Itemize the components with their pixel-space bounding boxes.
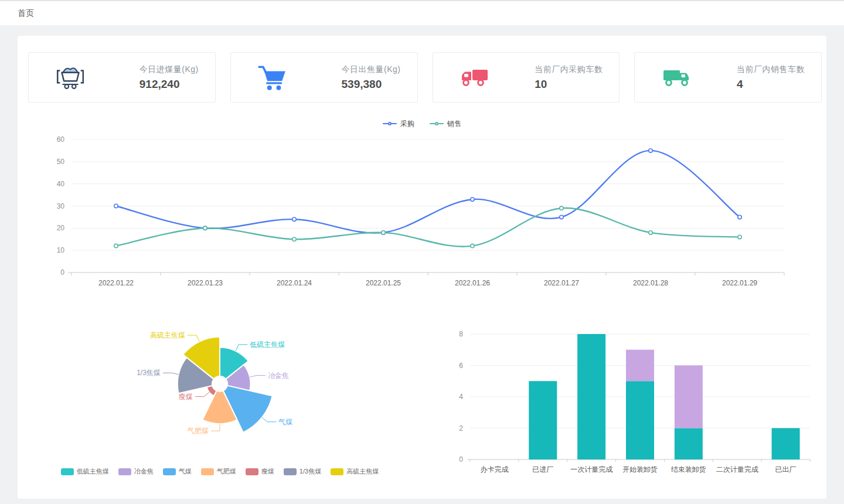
pie-legend-item-气煤[interactable]: 气煤 xyxy=(163,467,192,476)
data-point[interactable] xyxy=(738,215,741,219)
legend-label: 低硫主焦煤 xyxy=(77,467,109,476)
axis-label: 8 xyxy=(459,330,463,338)
axis-label: 30 xyxy=(57,202,65,210)
bar-segment-结束装卸货[interactable] xyxy=(675,366,703,428)
axis-label: 已进厂 xyxy=(532,465,553,474)
legend-label: 瘦煤 xyxy=(261,467,274,476)
axis-label: 2022.01.24 xyxy=(277,279,312,287)
bar-segment-结束装卸货[interactable] xyxy=(675,428,703,460)
stat-value: 912,240 xyxy=(139,78,199,91)
pie-label-1/3焦煤: 1/3焦煤 xyxy=(137,369,161,377)
legend-marker xyxy=(430,123,444,124)
axis-label: 2022.01.28 xyxy=(633,279,668,287)
stat-label: 今日出焦量(Kg) xyxy=(342,64,401,75)
pie-label-line xyxy=(163,373,179,374)
pie-label-冶金焦: 冶金焦 xyxy=(268,372,289,380)
stat-label: 当前厂内销售车数 xyxy=(737,64,805,75)
bar-segment-开始装卸货[interactable] xyxy=(626,381,654,459)
coal-type-pie-block: 低硫主焦煤冶金焦气煤气肥煤瘦煤1/3焦煤高硫主焦煤 低硫主焦煤冶金焦气煤气肥煤瘦… xyxy=(18,323,422,481)
legend-swatch xyxy=(246,468,258,475)
axis-label: 0 xyxy=(459,455,463,464)
bar-segment-已出厂[interactable] xyxy=(772,428,800,460)
pie-label-气煤: 气煤 xyxy=(278,418,292,426)
data-point[interactable] xyxy=(114,244,118,247)
bottom-charts-row: 低硫主焦煤冶金焦气煤气肥煤瘦煤1/3焦煤高硫主焦煤 低硫主焦煤冶金焦气煤气肥煤瘦… xyxy=(18,323,826,481)
pie-legend-item-瘦煤[interactable]: 瘦煤 xyxy=(246,467,274,476)
line-chart-legend: 采购销售 xyxy=(18,119,826,128)
truck-status-bar-block: 02468办卡完成已进厂一次计量完成开始装卸货结束装卸货二次计量完成已出厂 xyxy=(445,323,821,481)
legend-item-销售[interactable]: 销售 xyxy=(430,119,461,129)
axis-label: 6 xyxy=(459,362,463,370)
axis-label: 2022.01.27 xyxy=(544,279,579,287)
data-point[interactable] xyxy=(471,244,474,247)
axis-label: 60 xyxy=(57,135,65,144)
axis-label: 10 xyxy=(57,246,65,254)
stat-cards-row: 今日进煤量(Kg) 912,240 今日出焦量(Kg) 539,380 xyxy=(18,36,826,103)
line-series-采购[interactable] xyxy=(116,151,740,233)
axis-label: 2022.01.26 xyxy=(455,279,490,287)
stat-text-block: 当前厂内销售车数 4 xyxy=(737,64,805,91)
pie-label-line xyxy=(236,345,247,351)
data-point[interactable] xyxy=(649,231,652,234)
axis-label: 50 xyxy=(57,158,65,166)
stat-card-coal-in: 今日进煤量(Kg) 912,240 xyxy=(28,52,216,103)
legend-swatch xyxy=(118,468,131,475)
coal-type-rose-chart[interactable]: 低硫主焦煤冶金焦气煤气肥煤瘦煤1/3焦煤高硫主焦煤 xyxy=(18,323,422,461)
stat-card-sales-trucks: 当前厂内销售车数 4 xyxy=(634,52,822,103)
pie-label-瘦煤: 瘦煤 xyxy=(179,393,193,401)
axis-label: 已出厂 xyxy=(775,465,797,474)
data-point[interactable] xyxy=(114,204,118,207)
axis-label: 一次计量完成 xyxy=(570,465,612,474)
data-point[interactable] xyxy=(471,197,474,201)
data-point[interactable] xyxy=(292,217,296,221)
axis-label: 40 xyxy=(57,180,65,188)
stat-text-block: 今日出焦量(Kg) 539,380 xyxy=(342,64,401,91)
pie-chart-legend: 低硫主焦煤冶金焦气煤气肥煤瘦煤1/3焦煤高硫主焦煤 xyxy=(18,467,422,476)
bar-segment-一次计量完成[interactable] xyxy=(577,334,605,459)
data-point[interactable] xyxy=(292,237,296,241)
pie-legend-item-冶金焦[interactable]: 冶金焦 xyxy=(118,467,154,476)
pie-legend-item-高硫主焦煤[interactable]: 高硫主焦煤 xyxy=(331,467,379,476)
axis-label: 20 xyxy=(57,224,65,232)
data-point[interactable] xyxy=(649,149,652,152)
bar-segment-开始装卸货[interactable] xyxy=(626,350,654,382)
truck-in-icon xyxy=(458,65,492,90)
legend-label: 采购 xyxy=(400,119,414,129)
pie-label-低硫主焦煤: 低硫主焦煤 xyxy=(250,340,285,349)
axis-label: 4 xyxy=(459,393,463,401)
data-point[interactable] xyxy=(382,231,385,234)
axis-label: 2022.01.22 xyxy=(98,279,134,287)
truck-status-bar-chart[interactable]: 02468办卡完成已进厂一次计量完成开始装卸货结束装卸货二次计量完成已出厂 xyxy=(445,323,821,479)
pie-legend-item-气肥煤[interactable]: 气肥煤 xyxy=(201,467,236,476)
stat-value: 4 xyxy=(737,78,805,91)
legend-label: 高硫主焦煤 xyxy=(346,467,379,476)
axis-label: 2022.01.25 xyxy=(366,279,401,287)
axis-label: 开始装卸货 xyxy=(622,465,658,474)
pie-label-line xyxy=(262,417,276,421)
breadcrumb[interactable]: 首页 xyxy=(18,8,34,19)
legend-marker xyxy=(383,123,397,124)
line-series-销售[interactable] xyxy=(116,208,740,247)
data-point[interactable] xyxy=(560,215,563,219)
mine-cart-icon xyxy=(53,64,87,91)
data-point[interactable] xyxy=(203,226,207,230)
pie-legend-item-低硫主焦煤[interactable]: 低硫主焦煤 xyxy=(61,467,109,476)
purchase-sales-line-chart[interactable]: 01020304050602022.01.222022.01.232022.01… xyxy=(18,130,826,297)
axis-label: 结束装卸货 xyxy=(671,465,706,474)
breadcrumb-bar: 首页 xyxy=(0,1,844,26)
pie-label-line xyxy=(195,392,209,396)
pie-legend-item-1/3焦煤[interactable]: 1/3焦煤 xyxy=(284,467,321,476)
axis-label: 0 xyxy=(60,268,64,277)
pie-label-气肥煤: 气肥煤 xyxy=(187,427,209,435)
data-point[interactable] xyxy=(738,235,741,239)
legend-item-采购[interactable]: 采购 xyxy=(383,119,414,129)
legend-marker-dot xyxy=(435,122,438,125)
pie-label-line xyxy=(250,376,266,377)
axis-label: 2022.01.23 xyxy=(188,279,223,287)
stat-label: 今日进煤量(Kg) xyxy=(139,64,199,75)
bar-segment-已进厂[interactable] xyxy=(529,381,557,459)
data-point[interactable] xyxy=(560,206,563,210)
pie-slice-瘦煤[interactable] xyxy=(207,386,217,396)
stat-card-coke-out: 今日出焦量(Kg) 539,380 xyxy=(230,52,418,103)
stat-label: 当前厂内采购车数 xyxy=(535,64,603,75)
